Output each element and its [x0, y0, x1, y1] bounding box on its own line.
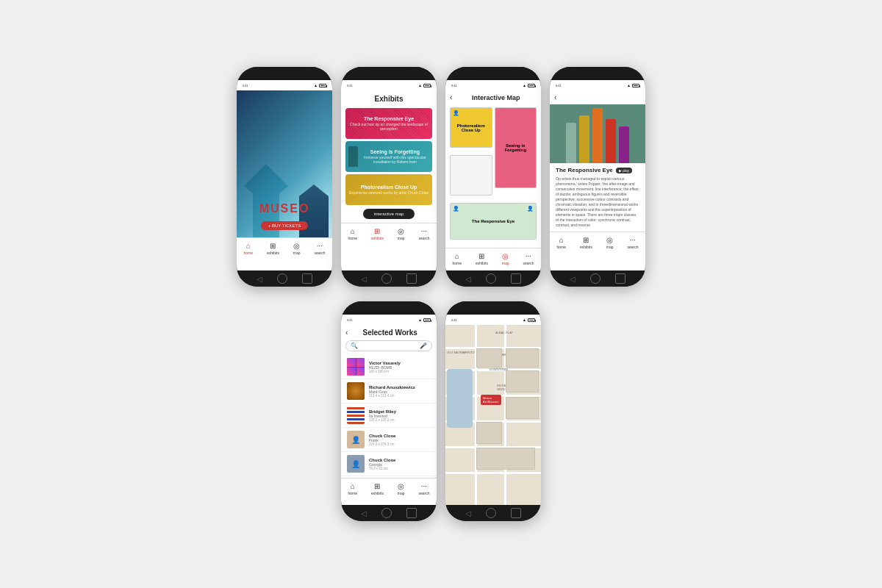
work-info-vasarely: Victor Vasarely KEZDI-BOMB 160 x 160 cm [369, 361, 431, 373]
nav-home-2[interactable]: ⌂ home [348, 227, 357, 240]
home-button-1[interactable] [277, 273, 287, 284]
nav-exhibits-icon-1: ⊞ [270, 242, 276, 250]
nav-home-icon-2: ⌂ [351, 227, 355, 235]
map-room-seeing[interactable]: Seeing isForgetting [495, 107, 537, 188]
nav-home-3[interactable]: ⌂ home [452, 252, 462, 265]
home-button-2[interactable] [381, 273, 392, 284]
map-room-responsive-label: The Responsive Eye [472, 219, 514, 223]
map-block-1 [476, 348, 502, 368]
play-button[interactable]: ▶ play [616, 168, 633, 173]
nav-exhibits-5[interactable]: ⊞ exhibits [371, 482, 384, 495]
nav-map-2[interactable]: ◎ map [398, 227, 405, 240]
recents-button-5[interactable] [406, 508, 417, 518]
phone-top-bar-4 [550, 67, 645, 80]
nav-map-4[interactable]: ◎ map [606, 236, 614, 249]
bar-1 [566, 123, 576, 163]
work-item-chuck2[interactable]: 👤 Chuck Close Georgia 76.2 x 61 cm [341, 452, 437, 476]
nav-search-5[interactable]: ··· search [418, 482, 429, 495]
exhibit-3-title: Photorealism Close Up [361, 184, 417, 190]
nav-map-icon-5: ◎ [398, 482, 404, 490]
museum-pin[interactable]: MuseoArt Museum [481, 395, 501, 405]
nav-map-1[interactable]: ◎ map [293, 242, 301, 255]
phone-home: 9:41 ▲ MUSEO + BUY TICKETS [237, 67, 332, 287]
nav-search-label-1: search [314, 251, 325, 255]
nav-search-2[interactable]: ··· search [418, 227, 429, 240]
nav-exhibits-4[interactable]: ⊞ exhibits [580, 236, 592, 249]
map-block-2 [506, 348, 539, 368]
map-view-canvas[interactable]: ALKALI FLAT OLD SACRAMENTO MANSION DOWNT… [445, 325, 541, 505]
phone-bottom-bar-2: ◁ [341, 270, 437, 287]
selected-works-screen: ‹ Selected Works 🔍 🎤 [341, 325, 437, 505]
recents-button-3[interactable] [511, 273, 521, 284]
nav-home-1[interactable]: ⌂ home [243, 242, 253, 255]
back-arrow-hw-4: ◁ [570, 275, 576, 283]
detail-description: Op artists thus managed to exploit vario… [556, 176, 639, 228]
exhibit-3-sub: Experience selected works by artist Chuc… [349, 190, 429, 195]
bridget-artwork [347, 406, 365, 424]
nav-search-icon-4: ··· [630, 236, 636, 244]
nav-search-3[interactable]: ··· search [523, 252, 534, 265]
home-screen: MUSEO + BUY TICKETS ⌂ home ⊞ exhibits ◎ [237, 90, 332, 270]
nav-map-3[interactable]: ◎ map [502, 252, 509, 265]
map-title: Interactive Map [455, 94, 537, 101]
home-button-6[interactable] [486, 508, 496, 518]
nav-map-label-1: map [293, 251, 301, 255]
home-button-3[interactable] [486, 273, 496, 284]
battery-icon-4 [632, 84, 639, 87]
nav-map-5[interactable]: ◎ map [398, 482, 405, 495]
nav-search-1[interactable]: ··· search [314, 242, 325, 255]
nav-exhibits-2[interactable]: ⊞ exhibits [371, 227, 384, 240]
phone-notch-1 [262, 67, 306, 74]
works-header-row: ‹ Selected Works [341, 325, 437, 338]
bar-2 [579, 115, 589, 163]
back-arrow-5: ◁ [361, 509, 367, 517]
work-item-vasarely[interactable]: Victor Vasarely KEZDI-BOMB 160 x 160 cm [341, 355, 437, 379]
nav-map-label-4: map [606, 245, 614, 249]
home-button-5[interactable] [381, 508, 392, 518]
exhibits-screen: Exhibits The Responsive Eye Check out ho… [341, 90, 437, 270]
museo-text: MUSE [259, 202, 299, 215]
nav-exhibits-icon-2: ⊞ [374, 227, 380, 235]
works-search-bar[interactable]: 🔍 🎤 [345, 340, 432, 351]
buy-tickets-button[interactable]: + BUY TICKETS [261, 221, 308, 230]
nav-home-4[interactable]: ⌂ home [556, 236, 566, 249]
work-item-chuck1[interactable]: 👤 Chuck Close Frank 274.3 x 274.3 cm [341, 428, 437, 452]
recents-button-4[interactable] [615, 273, 625, 284]
nav-search-4[interactable]: ··· search [627, 236, 638, 249]
interactive-map-button[interactable]: interactive map [363, 209, 415, 219]
map-person-responsive: 👤 [453, 206, 459, 212]
phone-bottom-bar-3: ◁ [445, 270, 541, 287]
nav-exhibits-3[interactable]: ⊞ exhibits [476, 252, 488, 265]
phone-bottom-bar-1: ◁ [237, 270, 332, 287]
work-item-richard[interactable]: Richard Anuszkiewicz Mardi Gras 213.4 x … [341, 379, 437, 404]
map-room-responsive[interactable]: 👤 The Responsive Eye 👤 [450, 203, 537, 240]
map-room-photorealism[interactable]: 👤 PhotorealismClose Up [450, 107, 492, 148]
exhibit-card-3[interactable]: Photorealism Close Up Experience selecte… [345, 174, 432, 205]
map-block-4 [476, 422, 502, 444]
home-button-4[interactable] [590, 273, 600, 284]
work-item-bridget[interactable]: Bridget Riley Ila Inverted 135.2 x 135.2… [341, 404, 437, 428]
battery-icon-6 [528, 318, 535, 322]
exhibit-card-1[interactable]: The Responsive Eye Check out how op art … [345, 108, 432, 139]
nav-map-icon-4: ◎ [606, 236, 613, 244]
exhibit-card-2[interactable]: Seeing is Forgetting Immerse yourself wi… [345, 141, 432, 172]
recents-button-2[interactable] [406, 273, 417, 284]
map-screen: ‹ Interactive Map 👤 PhotorealismClose Up… [445, 90, 541, 270]
nav-search-label-2: search [418, 236, 429, 240]
phone-exhibits: 9:41 ▲ Exhibits The Responsive Eye Check… [341, 67, 437, 287]
back-arrow-1: ◁ [257, 275, 262, 283]
nav-map-label-5: map [398, 491, 405, 495]
detail-back-arrow[interactable]: ‹ [554, 93, 556, 101]
map-water [447, 369, 473, 428]
map-back-arrow[interactable]: ‹ [450, 93, 452, 101]
nav-home-icon-3: ⌂ [455, 252, 459, 260]
detail-content: The Responsive Eye ▶ play Op artists thu… [550, 163, 645, 232]
bottom-row: 9:41 ▲ ‹ Selected Works 🔍 🎤 [341, 301, 541, 521]
nav-home-5[interactable]: ⌂ home [348, 482, 357, 495]
nav-exhibits-1[interactable]: ⊞ exhibits [267, 242, 279, 255]
home-hero-bg [237, 90, 332, 237]
detail-bottom-nav: ⌂ home ⊞ exhibits ◎ map ··· search [550, 232, 645, 252]
recents-button-1[interactable] [302, 273, 312, 284]
nav-search-icon-3: ··· [526, 252, 531, 260]
recents-button-6[interactable] [511, 508, 521, 518]
